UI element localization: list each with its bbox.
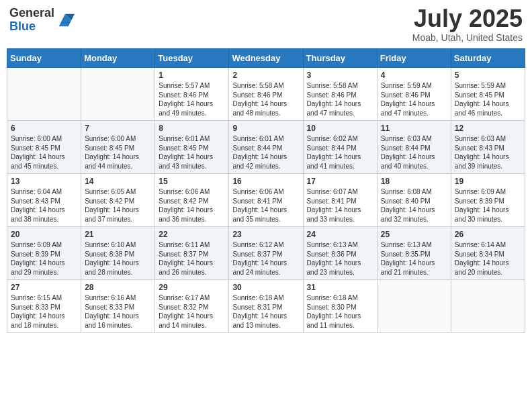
calendar-day-cell: 16Sunrise: 6:06 AM Sunset: 8:41 PM Dayli… xyxy=(229,174,303,227)
calendar-day-cell: 5Sunrise: 5:59 AM Sunset: 8:45 PM Daylig… xyxy=(451,68,525,121)
day-info: Sunrise: 6:03 AM Sunset: 8:44 PM Dayligh… xyxy=(381,134,447,171)
day-number: 31 xyxy=(307,283,373,292)
calendar-week-row: 6Sunrise: 6:00 AM Sunset: 8:45 PM Daylig… xyxy=(7,121,525,174)
day-number: 7 xyxy=(85,124,151,133)
day-number: 11 xyxy=(381,124,447,133)
day-info: Sunrise: 6:03 AM Sunset: 8:43 PM Dayligh… xyxy=(455,134,521,171)
day-of-week-header: Friday xyxy=(377,49,451,68)
day-number: 15 xyxy=(159,177,225,186)
calendar-day-cell: 4Sunrise: 5:59 AM Sunset: 8:46 PM Daylig… xyxy=(377,68,451,121)
calendar-day-cell: 21Sunrise: 6:10 AM Sunset: 8:38 PM Dayli… xyxy=(81,227,155,280)
day-info: Sunrise: 6:14 AM Sunset: 8:34 PM Dayligh… xyxy=(455,240,521,277)
day-number: 16 xyxy=(232,177,299,186)
calendar-day-cell: 2Sunrise: 5:58 AM Sunset: 8:46 PM Daylig… xyxy=(229,68,303,121)
day-info: Sunrise: 6:18 AM Sunset: 8:30 PM Dayligh… xyxy=(307,293,373,330)
day-number: 19 xyxy=(455,177,521,186)
day-info: Sunrise: 5:59 AM Sunset: 8:45 PM Dayligh… xyxy=(455,81,521,118)
calendar-day-cell: 30Sunrise: 6:18 AM Sunset: 8:31 PM Dayli… xyxy=(229,280,303,333)
calendar-table: SundayMondayTuesdayWednesdayThursdayFrid… xyxy=(7,48,525,333)
day-info: Sunrise: 6:11 AM Sunset: 8:37 PM Dayligh… xyxy=(159,240,225,277)
day-number: 17 xyxy=(307,177,373,186)
day-number: 22 xyxy=(159,230,225,239)
day-info: Sunrise: 5:59 AM Sunset: 8:46 PM Dayligh… xyxy=(381,81,447,118)
day-info: Sunrise: 6:06 AM Sunset: 8:42 PM Dayligh… xyxy=(159,187,225,224)
calendar-day-cell: 15Sunrise: 6:06 AM Sunset: 8:42 PM Dayli… xyxy=(155,174,229,227)
calendar-day-cell: 3Sunrise: 5:58 AM Sunset: 8:46 PM Daylig… xyxy=(303,68,377,121)
calendar-day-cell: 9Sunrise: 6:01 AM Sunset: 8:44 PM Daylig… xyxy=(229,121,303,174)
calendar-day-cell: 27Sunrise: 6:15 AM Sunset: 8:33 PM Dayli… xyxy=(7,280,81,333)
day-info: Sunrise: 6:01 AM Sunset: 8:45 PM Dayligh… xyxy=(159,134,225,171)
calendar-day-cell: 28Sunrise: 6:16 AM Sunset: 8:33 PM Dayli… xyxy=(81,280,155,333)
day-info: Sunrise: 6:07 AM Sunset: 8:41 PM Dayligh… xyxy=(307,187,373,224)
day-info: Sunrise: 6:15 AM Sunset: 8:33 PM Dayligh… xyxy=(11,293,77,330)
day-number: 30 xyxy=(232,283,299,292)
day-info: Sunrise: 6:18 AM Sunset: 8:31 PM Dayligh… xyxy=(232,293,299,330)
day-number: 14 xyxy=(85,177,151,186)
calendar-week-row: 13Sunrise: 6:04 AM Sunset: 8:43 PM Dayli… xyxy=(7,174,525,227)
calendar-week-row: 20Sunrise: 6:09 AM Sunset: 8:39 PM Dayli… xyxy=(7,227,525,280)
calendar-day-cell: 22Sunrise: 6:11 AM Sunset: 8:37 PM Dayli… xyxy=(155,227,229,280)
calendar-day-cell: 8Sunrise: 6:01 AM Sunset: 8:45 PM Daylig… xyxy=(155,121,229,174)
calendar-day-cell: 11Sunrise: 6:03 AM Sunset: 8:44 PM Dayli… xyxy=(377,121,451,174)
day-number: 20 xyxy=(11,230,77,239)
calendar-day-cell: 23Sunrise: 6:12 AM Sunset: 8:37 PM Dayli… xyxy=(229,227,303,280)
day-info: Sunrise: 6:01 AM Sunset: 8:44 PM Dayligh… xyxy=(232,134,299,171)
day-info: Sunrise: 6:13 AM Sunset: 8:36 PM Dayligh… xyxy=(307,240,373,277)
logo-icon xyxy=(56,11,75,30)
calendar-day-cell: 31Sunrise: 6:18 AM Sunset: 8:30 PM Dayli… xyxy=(303,280,377,333)
day-info: Sunrise: 6:09 AM Sunset: 8:39 PM Dayligh… xyxy=(455,187,521,224)
calendar-day-cell: 19Sunrise: 6:09 AM Sunset: 8:39 PM Dayli… xyxy=(451,174,525,227)
day-number: 1 xyxy=(159,71,225,80)
calendar-day-cell: 18Sunrise: 6:08 AM Sunset: 8:40 PM Dayli… xyxy=(377,174,451,227)
day-number: 18 xyxy=(381,177,447,186)
calendar-week-row: 27Sunrise: 6:15 AM Sunset: 8:33 PM Dayli… xyxy=(7,280,525,333)
day-number: 8 xyxy=(159,124,225,133)
day-info: Sunrise: 6:10 AM Sunset: 8:38 PM Dayligh… xyxy=(85,240,151,277)
calendar-header-row: SundayMondayTuesdayWednesdayThursdayFrid… xyxy=(7,49,525,68)
day-number: 27 xyxy=(11,283,77,292)
calendar-day-cell xyxy=(377,280,451,333)
day-number: 24 xyxy=(307,230,373,239)
calendar-day-cell: 24Sunrise: 6:13 AM Sunset: 8:36 PM Dayli… xyxy=(303,227,377,280)
day-of-week-header: Monday xyxy=(81,49,155,68)
day-info: Sunrise: 6:05 AM Sunset: 8:42 PM Dayligh… xyxy=(85,187,151,224)
calendar-day-cell: 25Sunrise: 6:13 AM Sunset: 8:35 PM Dayli… xyxy=(377,227,451,280)
day-number: 3 xyxy=(307,71,373,80)
day-number: 10 xyxy=(307,124,373,133)
day-number: 26 xyxy=(455,230,521,239)
calendar-day-cell: 1Sunrise: 5:57 AM Sunset: 8:46 PM Daylig… xyxy=(155,68,229,121)
day-number: 2 xyxy=(232,71,299,80)
day-of-week-header: Tuesday xyxy=(155,49,229,68)
day-info: Sunrise: 6:17 AM Sunset: 8:32 PM Dayligh… xyxy=(159,293,225,330)
calendar-day-cell: 6Sunrise: 6:00 AM Sunset: 8:45 PM Daylig… xyxy=(7,121,81,174)
location: Moab, Utah, United States xyxy=(412,32,523,43)
calendar-day-cell xyxy=(7,68,81,121)
day-info: Sunrise: 6:13 AM Sunset: 8:35 PM Dayligh… xyxy=(381,240,447,277)
logo-text: General Blue xyxy=(9,6,54,33)
day-number: 13 xyxy=(11,177,77,186)
day-number: 21 xyxy=(85,230,151,239)
day-number: 29 xyxy=(159,283,225,292)
day-number: 28 xyxy=(85,283,151,292)
day-info: Sunrise: 6:02 AM Sunset: 8:44 PM Dayligh… xyxy=(307,134,373,171)
logo: General Blue xyxy=(9,7,75,34)
day-number: 23 xyxy=(232,230,299,239)
calendar-day-cell: 20Sunrise: 6:09 AM Sunset: 8:39 PM Dayli… xyxy=(7,227,81,280)
title-block: July 2025 Moab, Utah, United States xyxy=(412,7,523,43)
page-header: General Blue July 2025 Moab, Utah, Unite… xyxy=(7,7,525,43)
day-number: 12 xyxy=(455,124,521,133)
calendar-week-row: 1Sunrise: 5:57 AM Sunset: 8:46 PM Daylig… xyxy=(7,68,525,121)
calendar-day-cell: 17Sunrise: 6:07 AM Sunset: 8:41 PM Dayli… xyxy=(303,174,377,227)
day-number: 6 xyxy=(11,124,77,133)
day-of-week-header: Thursday xyxy=(303,49,377,68)
calendar-day-cell: 7Sunrise: 6:00 AM Sunset: 8:45 PM Daylig… xyxy=(81,121,155,174)
month-title: July 2025 xyxy=(412,7,523,31)
day-info: Sunrise: 5:58 AM Sunset: 8:46 PM Dayligh… xyxy=(307,81,373,118)
day-number: 4 xyxy=(381,71,447,80)
day-info: Sunrise: 6:16 AM Sunset: 8:33 PM Dayligh… xyxy=(85,293,151,330)
calendar-day-cell: 26Sunrise: 6:14 AM Sunset: 8:34 PM Dayli… xyxy=(451,227,525,280)
calendar-day-cell: 12Sunrise: 6:03 AM Sunset: 8:43 PM Dayli… xyxy=(451,121,525,174)
calendar-day-cell: 13Sunrise: 6:04 AM Sunset: 8:43 PM Dayli… xyxy=(7,174,81,227)
day-info: Sunrise: 5:58 AM Sunset: 8:46 PM Dayligh… xyxy=(232,81,299,118)
day-info: Sunrise: 6:06 AM Sunset: 8:41 PM Dayligh… xyxy=(232,187,299,224)
